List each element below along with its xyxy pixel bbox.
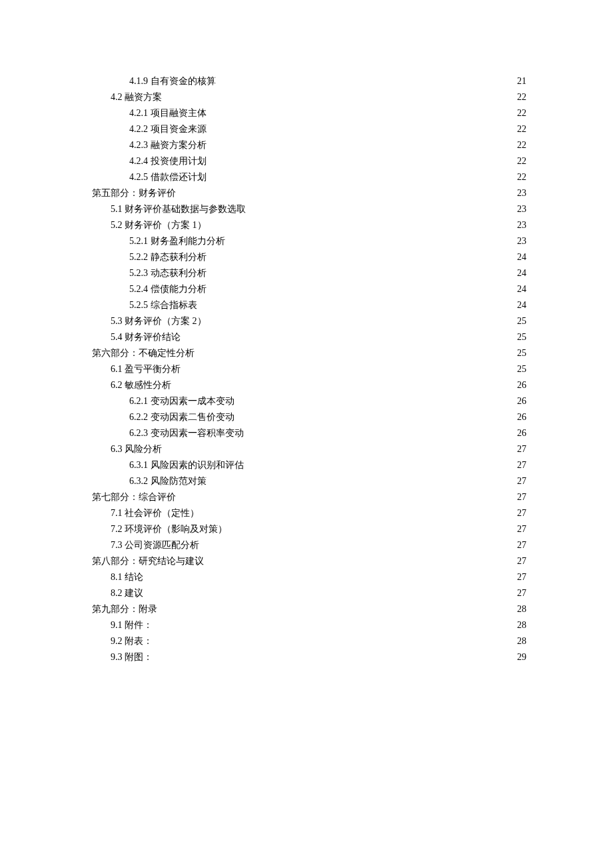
toc-entry-title: 6.3 风险分析: [111, 441, 162, 457]
toc-entry-title: 9.2 附表：: [111, 633, 153, 649]
toc-entry: 5.2 财务评价（方案 1）23: [111, 217, 526, 233]
toc-entry-page: 21: [517, 73, 526, 89]
toc-entry-page: 23: [517, 233, 526, 249]
toc-entry-title: 6.2 敏感性分析: [111, 377, 171, 393]
toc-entry: 6.3 风险分析27: [111, 441, 526, 457]
toc-entry-title: 4.1.9 自有资金的核算: [129, 73, 216, 89]
toc-entry: 7.2 环境评价（影响及对策）27: [111, 521, 526, 537]
toc-entry-page: 27: [517, 441, 526, 457]
toc-entry-page: 24: [517, 281, 526, 297]
toc-entry-title: 6.3.1 风险因素的识别和评估: [129, 457, 244, 473]
toc-entry: 9.1 附件：28: [111, 617, 526, 633]
toc-entry: 第九部分：附录28: [92, 601, 526, 617]
toc-entry-page: 27: [517, 505, 526, 521]
toc-entry: 6.2.2 变动因素二售价变动26: [129, 409, 526, 425]
toc-entry: 4.1.9 自有资金的核算21: [129, 73, 526, 89]
toc-entry-page: 22: [517, 169, 526, 185]
toc-entry-title: 5.1 财务评价基础数据与参数选取: [111, 201, 246, 217]
toc-entry: 6.2.3 变动因素一容积率变动26: [129, 425, 526, 441]
toc-entry-title: 4.2.2 项目资金来源: [129, 121, 207, 137]
toc-entry-page: 27: [517, 473, 526, 489]
toc-entry-title: 第五部分：财务评价: [92, 185, 176, 201]
toc-entry-page: 25: [517, 345, 526, 361]
toc-entry: 5.2.3 动态获利分析24: [129, 265, 526, 281]
toc-entry: 4.2 融资方案22: [111, 89, 526, 105]
toc-entry-page: 23: [517, 201, 526, 217]
toc-entry: 5.1 财务评价基础数据与参数选取23: [111, 201, 526, 217]
toc-entry: 8.1 结论27: [111, 569, 526, 585]
toc-entry-page: 28: [517, 633, 526, 649]
toc-entry: 6.1 盈亏平衡分析25: [111, 361, 526, 377]
toc-entry-page: 27: [517, 457, 526, 473]
toc-entry-title: 5.4 财务评价结论: [111, 329, 181, 345]
toc-entry-title: 4.2.5 借款偿还计划: [129, 169, 207, 185]
table-of-contents: 4.1.9 自有资金的核算214.2 融资方案224.2.1 项目融资主体224…: [92, 73, 526, 665]
toc-entry-page: 24: [517, 249, 526, 265]
toc-entry-page: 28: [517, 601, 526, 617]
toc-entry: 7.3 公司资源匹配分析27: [111, 537, 526, 553]
toc-entry-page: 27: [517, 585, 526, 601]
toc-entry: 7.1 社会评价（定性）27: [111, 505, 526, 521]
toc-entry: 6.3.2 风险防范对策27: [129, 473, 526, 489]
toc-entry-page: 27: [517, 489, 526, 505]
toc-entry-title: 8.1 结论: [111, 569, 143, 585]
toc-entry-page: 22: [517, 121, 526, 137]
toc-entry: 5.2.2 静态获利分析24: [129, 249, 526, 265]
toc-entry-page: 24: [517, 297, 526, 313]
toc-entry-page: 26: [517, 425, 526, 441]
page-content: 4.1.9 自有资金的核算214.2 融资方案224.2.1 项目融资主体224…: [0, 0, 613, 705]
toc-entry-title: 5.2.5 综合指标表: [129, 297, 197, 313]
toc-entry-page: 26: [517, 393, 526, 409]
toc-entry: 9.2 附表：28: [111, 633, 526, 649]
toc-entry-title: 9.3 附图：: [111, 649, 153, 665]
toc-entry-page: 29: [517, 649, 526, 665]
toc-entry-page: 22: [517, 137, 526, 153]
toc-entry: 4.2.2 项目资金来源22: [129, 121, 526, 137]
toc-entry-page: 25: [517, 313, 526, 329]
toc-entry: 9.3 附图：29: [111, 649, 526, 665]
toc-entry-title: 4.2.4 投资使用计划: [129, 153, 207, 169]
toc-entry-page: 27: [517, 553, 526, 569]
toc-entry-page: 25: [517, 329, 526, 345]
toc-entry-title: 9.1 附件：: [111, 617, 153, 633]
toc-entry: 6.2 敏感性分析26: [111, 377, 526, 393]
toc-entry-page: 25: [517, 361, 526, 377]
toc-entry-title: 6.2.3 变动因素一容积率变动: [129, 425, 244, 441]
toc-entry-page: 27: [517, 537, 526, 553]
toc-entry-page: 22: [517, 89, 526, 105]
toc-entry: 4.2.1 项目融资主体22: [129, 105, 526, 121]
toc-entry-title: 第六部分：不确定性分析: [92, 345, 195, 361]
toc-entry-page: 26: [517, 377, 526, 393]
toc-entry-title: 6.3.2 风险防范对策: [129, 473, 207, 489]
toc-entry-title: 5.3 财务评价（方案 2）: [111, 313, 207, 329]
toc-entry-title: 5.2.2 静态获利分析: [129, 249, 207, 265]
toc-entry: 8.2 建议27: [111, 585, 526, 601]
toc-entry-page: 22: [517, 153, 526, 169]
toc-entry: 5.2.5 综合指标表24: [129, 297, 526, 313]
toc-entry: 6.2.1 变动因素一成本变动26: [129, 393, 526, 409]
toc-entry: 第七部分：综合评价27: [92, 489, 526, 505]
toc-entry-title: 6.1 盈亏平衡分析: [111, 361, 181, 377]
toc-entry-page: 27: [517, 521, 526, 537]
toc-entry-page: 28: [517, 617, 526, 633]
toc-entry-title: 4.2 融资方案: [111, 89, 162, 105]
toc-entry-page: 23: [517, 185, 526, 201]
toc-entry-title: 第七部分：综合评价: [92, 489, 176, 505]
toc-entry: 5.4 财务评价结论25: [111, 329, 526, 345]
toc-entry: 5.2.1 财务盈利能力分析23: [129, 233, 526, 249]
toc-entry-title: 5.2.1 财务盈利能力分析: [129, 233, 225, 249]
toc-entry-title: 4.2.1 项目融资主体: [129, 105, 207, 121]
toc-entry-title: 6.2.1 变动因素一成本变动: [129, 393, 235, 409]
toc-entry-title: 5.2.3 动态获利分析: [129, 265, 207, 281]
toc-entry-page: 23: [517, 217, 526, 233]
toc-entry-page: 27: [517, 569, 526, 585]
toc-entry: 4.2.3 融资方案分析22: [129, 137, 526, 153]
toc-entry-title: 8.2 建议: [111, 585, 143, 601]
toc-entry-title: 7.2 环境评价（影响及对策）: [111, 521, 227, 537]
toc-entry: 第五部分：财务评价23: [92, 185, 526, 201]
toc-entry: 第八部分：研究结论与建议27: [92, 553, 526, 569]
toc-entry: 5.2.4 偿债能力分析24: [129, 281, 526, 297]
toc-entry: 4.2.5 借款偿还计划22: [129, 169, 526, 185]
toc-entry-title: 4.2.3 融资方案分析: [129, 137, 207, 153]
toc-entry-title: 第九部分：附录: [92, 601, 157, 617]
